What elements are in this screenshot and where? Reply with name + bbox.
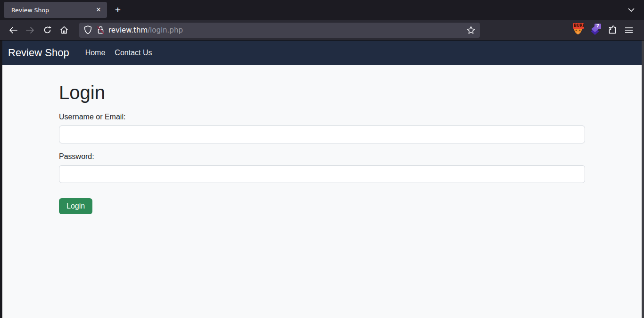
username-label: Username or Email:: [59, 111, 585, 123]
shield-icon[interactable]: [84, 25, 92, 34]
foxyproxy-extension-button[interactable]: BURP: [570, 23, 586, 38]
foxyproxy-badge: BURP: [573, 23, 584, 29]
extensions-button[interactable]: [604, 23, 619, 38]
login-container: Login Username or Email: Password: Login: [59, 65, 585, 214]
tab-title: Review Shop: [11, 7, 94, 14]
password-field-group: Password:: [59, 151, 585, 183]
url-path: /login.php: [148, 26, 183, 34]
username-input[interactable]: [59, 126, 585, 143]
web-content: Review Shop Home Contact Us Login Userna…: [0, 41, 644, 318]
tab-review-shop[interactable]: Review Shop ✕: [4, 2, 107, 18]
nav-link-home[interactable]: Home: [85, 49, 106, 57]
list-tabs-button[interactable]: [625, 4, 637, 16]
back-icon: [9, 27, 17, 33]
site-navbar: Review Shop Home Contact Us: [2, 41, 642, 65]
nav-link-contact-us[interactable]: Contact Us: [115, 49, 152, 57]
reload-button[interactable]: [40, 23, 55, 38]
login-page: Login Username or Email: Password: Login: [2, 65, 642, 318]
toolbar-right-cluster: BURP 7: [570, 23, 637, 38]
username-field-group: Username or Email:: [59, 111, 585, 143]
browser-toolbar: review.thm/login.php BURP: [0, 20, 644, 41]
extensions-puzzle-icon: [608, 25, 617, 34]
insecure-lock-icon[interactable]: [97, 25, 105, 34]
browser-window: Review Shop ✕ +: [0, 0, 644, 318]
password-label: Password:: [59, 151, 585, 162]
page-title: Login: [59, 81, 585, 104]
forward-button[interactable]: [23, 23, 38, 38]
home-button[interactable]: [57, 23, 72, 38]
chevron-down-icon: [628, 8, 635, 12]
url-host: review.thm: [108, 26, 148, 34]
extension-count-badge: 7: [594, 24, 601, 29]
url-bar[interactable]: review.thm/login.php: [79, 23, 480, 38]
new-tab-button[interactable]: +: [111, 3, 125, 17]
purple-extension-button[interactable]: 7: [587, 23, 603, 38]
login-button[interactable]: Login: [59, 198, 92, 214]
password-input[interactable]: [59, 165, 585, 183]
forward-icon: [26, 27, 34, 33]
navbar-brand[interactable]: Review Shop: [8, 47, 69, 59]
tab-strip: Review Shop ✕ +: [0, 0, 644, 20]
menu-button[interactable]: [621, 23, 636, 38]
bookmark-star-icon[interactable]: [467, 26, 475, 34]
home-icon: [60, 26, 68, 34]
url-text: review.thm/login.php: [108, 26, 183, 34]
close-icon[interactable]: ✕: [94, 5, 103, 15]
menu-hamburger-icon: [625, 27, 633, 33]
reload-icon: [43, 26, 51, 34]
back-button[interactable]: [6, 23, 21, 38]
